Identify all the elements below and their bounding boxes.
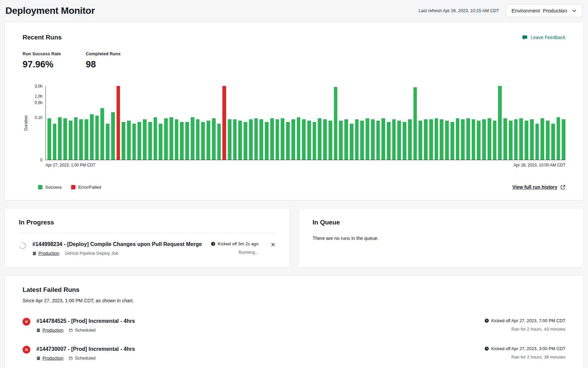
chart-bar-success[interactable]: [482, 119, 486, 160]
chart-bar-success[interactable]: [286, 122, 290, 160]
chart-bar-success[interactable]: [217, 124, 221, 160]
chart-bar-success[interactable]: [371, 119, 375, 160]
chart-bar-success[interactable]: [408, 119, 412, 160]
chart-bar-success[interactable]: [127, 121, 131, 160]
chart-bar-success[interactable]: [419, 121, 422, 160]
chart-bar-success[interactable]: [429, 119, 433, 160]
chart-bar-success[interactable]: [350, 124, 353, 160]
chart-bar-success[interactable]: [53, 124, 57, 160]
chart-bar-success[interactable]: [100, 108, 104, 160]
chart-bar-success[interactable]: [456, 118, 460, 160]
chart-bar-success[interactable]: [392, 119, 396, 160]
chart-bar-success[interactable]: [344, 119, 348, 160]
chart-bar-success[interactable]: [366, 118, 369, 160]
chart-bar-success[interactable]: [360, 121, 364, 160]
chart-bar-success[interactable]: [95, 116, 99, 160]
chart-bar-success[interactable]: [169, 117, 173, 160]
environment-tag-link[interactable]: Production: [36, 328, 63, 333]
close-icon[interactable]: ✕: [271, 242, 275, 248]
chart-bar-success[interactable]: [212, 118, 216, 160]
chart-bar-success[interactable]: [249, 119, 253, 160]
chart-bar-success[interactable]: [111, 112, 115, 160]
chart-bar-success[interactable]: [451, 122, 454, 160]
chart-bar-success[interactable]: [74, 117, 78, 160]
chart-bar-success[interactable]: [413, 87, 417, 160]
chart-bar-success[interactable]: [63, 118, 67, 160]
view-run-history-link[interactable]: View full run history: [512, 184, 565, 190]
chart-bar-success[interactable]: [233, 119, 237, 160]
chart-bar-success[interactable]: [265, 122, 269, 160]
chart-bar-success[interactable]: [424, 119, 428, 160]
chart-bar-success[interactable]: [503, 118, 507, 160]
chart-bar-success[interactable]: [329, 121, 332, 160]
chart-bar-success[interactable]: [238, 121, 242, 160]
chart-bar-success[interactable]: [244, 122, 247, 160]
chart-bar-success[interactable]: [201, 122, 205, 160]
chart-bar-success[interactable]: [445, 121, 449, 160]
chart-bar-success[interactable]: [323, 119, 327, 160]
chart-bar-success[interactable]: [106, 124, 110, 160]
chart-bar-success[interactable]: [519, 118, 523, 160]
chart-bar-success[interactable]: [122, 122, 125, 160]
chart-bar-error[interactable]: [117, 86, 120, 160]
chart-bar-success[interactable]: [196, 119, 200, 160]
chart-bar-success[interactable]: [318, 118, 321, 160]
chart-bar-success[interactable]: [185, 122, 189, 160]
chart-bar-success[interactable]: [509, 121, 513, 160]
chart-bar-success[interactable]: [562, 119, 565, 160]
chart-bar-success[interactable]: [493, 121, 497, 160]
chart-bar-success[interactable]: [535, 124, 539, 160]
chart-bar-success[interactable]: [477, 121, 481, 160]
chart-bar-success[interactable]: [488, 118, 491, 160]
chart-bar-error[interactable]: [222, 86, 226, 160]
chart-bar-success[interactable]: [387, 122, 391, 160]
chart-bar-success[interactable]: [498, 86, 502, 160]
chart-bar-success[interactable]: [85, 119, 88, 160]
environment-dropdown[interactable]: Environment Production: [506, 4, 583, 17]
chart-bar-success[interactable]: [259, 119, 263, 160]
chart-bar-success[interactable]: [297, 117, 301, 160]
chart-bar-success[interactable]: [435, 118, 438, 160]
chart-bar-success[interactable]: [397, 121, 401, 160]
chart-bar-success[interactable]: [376, 121, 380, 160]
chart-bar-success[interactable]: [148, 122, 152, 160]
chart-bar-success[interactable]: [440, 119, 443, 160]
chart-bar-success[interactable]: [472, 119, 475, 160]
chart-bar-success[interactable]: [276, 119, 279, 160]
chart-bar-success[interactable]: [191, 117, 194, 160]
chart-bar-success[interactable]: [307, 121, 311, 160]
chart-bar-success[interactable]: [466, 118, 470, 160]
chart-bar-success[interactable]: [355, 119, 359, 160]
chart-bar-success[interactable]: [154, 117, 157, 160]
chart-bar-success[interactable]: [540, 118, 544, 160]
chart-bar-success[interactable]: [132, 124, 136, 160]
chart-bar-success[interactable]: [557, 117, 560, 160]
chart-bar-success[interactable]: [48, 118, 51, 160]
chart-bar-success[interactable]: [137, 122, 141, 160]
chart-bar-success[interactable]: [175, 119, 179, 160]
leave-feedback-link[interactable]: Leave Feedback: [522, 35, 565, 40]
chart-bar-success[interactable]: [403, 122, 406, 160]
chart-bar-success[interactable]: [281, 118, 284, 160]
chart-bar-success[interactable]: [551, 124, 555, 160]
environment-tag-link[interactable]: Production: [36, 356, 63, 361]
chart-bar-success[interactable]: [525, 121, 528, 160]
chart-bar-success[interactable]: [164, 118, 168, 160]
chart-bar-success[interactable]: [270, 118, 274, 160]
chart-bar-success[interactable]: [143, 119, 147, 160]
chart-bar-success[interactable]: [334, 87, 338, 160]
chart-bar-success[interactable]: [302, 119, 306, 160]
environment-tag-link[interactable]: Production: [32, 251, 59, 256]
chart-bar-success[interactable]: [546, 121, 550, 160]
chart-bar-success[interactable]: [69, 121, 72, 160]
chart-bar-success[interactable]: [228, 119, 231, 160]
chart-bar-success[interactable]: [207, 121, 210, 160]
chart-bar-success[interactable]: [159, 124, 162, 160]
chart-bar-success[interactable]: [530, 119, 534, 160]
chart-bar-success[interactable]: [381, 118, 385, 160]
chart-bar-success[interactable]: [313, 122, 316, 160]
chart-bar-success[interactable]: [514, 119, 518, 160]
chart-bar-success[interactable]: [90, 114, 94, 160]
chart-bar-success[interactable]: [291, 119, 295, 160]
chart-bar-success[interactable]: [461, 119, 465, 160]
